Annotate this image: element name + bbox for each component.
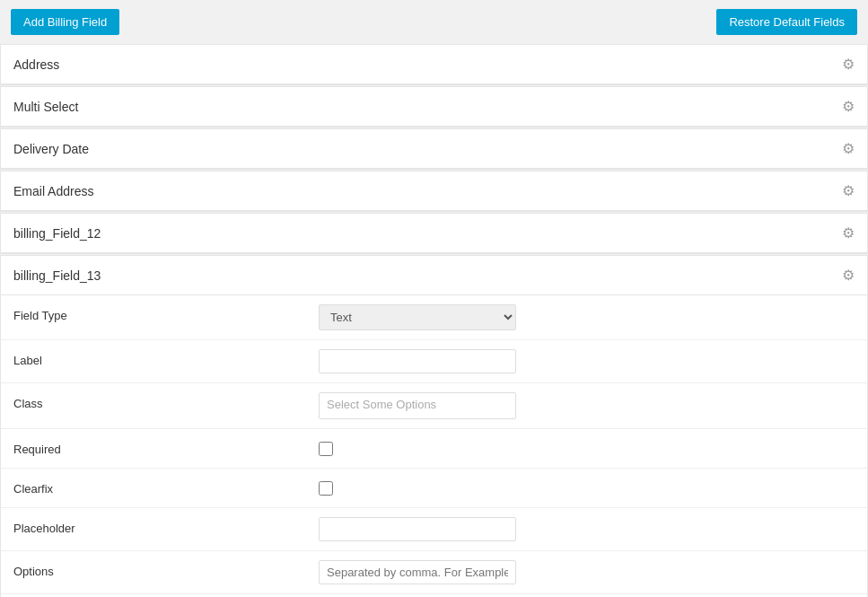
accordion-list: Address ⚙ Multi Select ⚙ Delivery Date ⚙…	[0, 44, 868, 597]
accordion-item-billing-field-12: billing_Field_12 ⚙	[0, 213, 868, 254]
clearfix-checkbox[interactable]	[319, 481, 333, 496]
accordion-title-address: Address	[13, 57, 59, 72]
clearfix-label: Clearfix	[13, 478, 319, 496]
gear-icon-address[interactable]: ⚙	[842, 56, 855, 73]
accordion-title-multi-select: Multi Select	[13, 100, 78, 114]
required-label: Required	[13, 438, 319, 456]
field-type-row: Field Type Text Textarea Select Checkbox…	[1, 295, 867, 340]
accordion-header-email-address[interactable]: Email Address ⚙	[1, 171, 867, 211]
placeholder-label: Placeholder	[13, 517, 319, 535]
options-control	[319, 560, 855, 584]
class-label: Class	[13, 392, 319, 410]
accordion-header-billing-field-13[interactable]: billing_Field_13 ⚙	[1, 256, 867, 295]
label-row: Label	[1, 340, 867, 383]
gear-icon-multi-select[interactable]: ⚙	[842, 98, 855, 115]
placeholder-input[interactable]	[319, 517, 516, 541]
accordion-header-multi-select[interactable]: Multi Select ⚙	[1, 87, 867, 127]
accordion-item-address: Address ⚙	[0, 44, 868, 85]
accordion-title-delivery-date: Delivery Date	[13, 142, 89, 156]
clearfix-control	[319, 478, 855, 498]
options-label: Options	[13, 560, 319, 578]
field-type-select[interactable]: Text Textarea Select Checkbox Radio Pass…	[319, 304, 516, 330]
required-control	[319, 438, 855, 459]
required-checkbox[interactable]	[319, 442, 333, 456]
placeholder-control	[319, 517, 855, 541]
placeholder-row: Placeholder	[1, 508, 867, 551]
options-input[interactable]	[319, 560, 516, 584]
restore-default-fields-button[interactable]: Restore Default Fields	[716, 9, 857, 35]
class-control: Select Some Options	[319, 392, 855, 419]
gear-icon-delivery-date[interactable]: ⚙	[842, 140, 855, 157]
required-row: Required	[1, 429, 867, 469]
accordion-item-email-address: Email Address ⚙	[0, 171, 868, 212]
accordion-header-delivery-date[interactable]: Delivery Date ⚙	[1, 129, 867, 169]
accordion-header-address[interactable]: Address ⚙	[1, 45, 867, 84]
options-row: Options	[1, 551, 867, 594]
label-input[interactable]	[319, 349, 516, 373]
gear-icon-email-address[interactable]: ⚙	[842, 182, 855, 199]
accordion-item-billing-field-13: billing_Field_13 ⚙ Field Type Text Texta…	[0, 255, 868, 597]
label-control	[319, 349, 855, 373]
accordion-header-billing-field-12[interactable]: billing_Field_12 ⚙	[1, 214, 867, 253]
label-field-label: Label	[13, 349, 319, 367]
top-bar: Add Billing Field Restore Default Fields	[0, 0, 868, 44]
accordion-item-multi-select: Multi Select ⚙	[0, 86, 868, 127]
class-multiselect[interactable]: Select Some Options	[319, 392, 516, 419]
accordion-title-billing-field-13: billing_Field_13	[13, 268, 101, 283]
billing-field-13-form: Field Type Text Textarea Select Checkbox…	[1, 295, 867, 597]
add-billing-field-button[interactable]: Add Billing Field	[11, 9, 119, 35]
field-type-label: Field Type	[13, 304, 319, 322]
accordion-item-delivery-date: Delivery Date ⚙	[0, 128, 868, 170]
accordion-title-email-address: Email Address	[13, 184, 93, 198]
clearfix-row: Clearfix	[1, 469, 867, 508]
gear-icon-billing-field-12[interactable]: ⚙	[842, 224, 855, 241]
gear-icon-billing-field-13[interactable]: ⚙	[842, 267, 855, 284]
class-row: Class Select Some Options	[1, 383, 867, 429]
field-type-control: Text Textarea Select Checkbox Radio Pass…	[319, 304, 855, 330]
accordion-title-billing-field-12: billing_Field_12	[13, 226, 101, 241]
